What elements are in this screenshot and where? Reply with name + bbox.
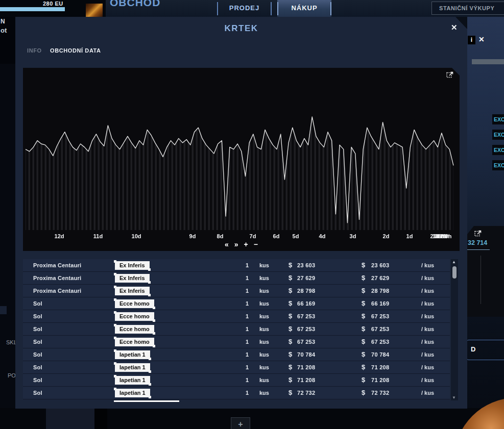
cell-qty: 1 bbox=[237, 364, 249, 370]
tab-trade-data[interactable]: OBCHODNÍ DATA bbox=[50, 47, 101, 54]
cell-currency: $ bbox=[289, 350, 292, 358]
cell-per_unit: / kus bbox=[421, 275, 434, 281]
table-scrollbar[interactable]: ▲ ▼ bbox=[451, 259, 458, 400]
chart-drop-lines bbox=[26, 117, 453, 230]
table-row[interactable]: SolEcce homo1kus$67 253$67 253/ kus bbox=[23, 310, 450, 323]
tab-separator bbox=[271, 2, 272, 15]
station-badge: Ecce homo bbox=[115, 299, 154, 308]
tab-sell-label: PRODEJ bbox=[229, 4, 259, 12]
add-button[interactable]: + bbox=[231, 417, 250, 429]
price-history-chart bbox=[23, 68, 460, 251]
cell-system: Sol bbox=[33, 326, 42, 332]
station-badge: Ecce homo bbox=[115, 338, 154, 346]
tab-buy[interactable]: NÁKUP bbox=[277, 0, 331, 17]
cell-qty: 1 bbox=[237, 339, 249, 345]
table-row[interactable]: Proxima CentauriEx Inferis1kus$27 629$27… bbox=[23, 272, 450, 285]
tab-info[interactable]: INFO bbox=[27, 47, 42, 54]
axis-tick-label: 12d bbox=[55, 233, 64, 239]
left-partial-text-2: ot bbox=[1, 27, 7, 34]
table-row[interactable]: SolIapetian 11kus$71 208$71 208/ kus bbox=[23, 374, 450, 387]
cell-currency: $ bbox=[362, 363, 365, 371]
cell-price: 28 798 bbox=[297, 288, 315, 294]
pan-left-button[interactable]: « bbox=[225, 240, 229, 249]
axis-tick-label: 8d bbox=[217, 233, 224, 239]
cell-system: Proxima Centauri bbox=[33, 275, 81, 281]
cell-unit: kus bbox=[259, 390, 269, 396]
table-row[interactable]: SolIapetian 11kus$71 208$71 208/ kus bbox=[23, 361, 450, 374]
cell-per_unit: / kus bbox=[421, 377, 434, 383]
expand-icon[interactable] bbox=[474, 230, 482, 237]
cell-currency: $ bbox=[362, 274, 365, 282]
tab-separator bbox=[330, 2, 331, 15]
cell-currency: $ bbox=[362, 325, 365, 333]
station-badge: Iapetian 1 bbox=[115, 376, 150, 385]
cell-unit: kus bbox=[259, 326, 269, 332]
zoom-out-button[interactable]: − bbox=[254, 240, 258, 249]
cell-currency: $ bbox=[362, 299, 365, 307]
axis-tick-label: 4d bbox=[319, 233, 326, 239]
axis-tick-label: 9d bbox=[189, 233, 196, 239]
background-exc-label: EXC bbox=[492, 114, 504, 124]
table-row[interactable]: SolEcce homo1kus$66 169$66 169/ kus bbox=[23, 297, 450, 310]
zoom-in-button[interactable]: + bbox=[244, 240, 248, 249]
cell-total: 71 208 bbox=[371, 364, 389, 370]
cell-system: Sol bbox=[33, 351, 42, 358]
station-badge: Iapetian 1 bbox=[115, 389, 150, 397]
cell-total: 70 784 bbox=[371, 351, 389, 358]
left-background-column: N ot SKL PO bbox=[0, 17, 15, 408]
cell-qty: 1 bbox=[237, 288, 249, 294]
cell-price: 72 732 bbox=[297, 390, 315, 396]
cell-currency: $ bbox=[362, 287, 365, 294]
cell-system: Proxima Centauri bbox=[33, 262, 81, 268]
scroll-up-icon[interactable]: ▲ bbox=[452, 260, 456, 264]
right-background-column bbox=[467, 17, 504, 429]
axis-tick-label: 1d bbox=[406, 233, 413, 239]
cell-price: 66 169 bbox=[297, 300, 315, 307]
credits-progress-bar bbox=[0, 7, 65, 11]
commodity-thumbnail bbox=[86, 4, 103, 17]
background-value-label: 32 714 bbox=[468, 239, 487, 246]
cell-price: 71 208 bbox=[297, 364, 315, 370]
cell-price: 71 208 bbox=[297, 377, 315, 383]
cell-total: 23 603 bbox=[371, 262, 389, 268]
cell-currency: $ bbox=[362, 312, 365, 320]
station-buybacks-button[interactable]: STANIČNÍ VÝKUPY bbox=[431, 2, 504, 15]
cell-total: 28 798 bbox=[371, 288, 389, 294]
scroll-down-icon[interactable]: ▼ bbox=[452, 395, 456, 400]
cell-price: 23 603 bbox=[297, 262, 315, 268]
station-badge: Ecce homo bbox=[115, 312, 154, 321]
cell-currency: $ bbox=[289, 287, 292, 294]
table-row[interactable]: SolIapetian 11kus$72 732$72 732/ kus bbox=[23, 387, 450, 399]
cell-unit: kus bbox=[259, 339, 269, 345]
bottom-block bbox=[94, 408, 107, 429]
station-badge: Ecce homo bbox=[115, 325, 154, 334]
next-row-badge-fragment bbox=[114, 400, 179, 402]
cell-unit: kus bbox=[259, 300, 269, 307]
cell-currency: $ bbox=[362, 338, 365, 345]
axis-tick-label: 2d bbox=[383, 233, 390, 239]
cell-system: Sol bbox=[33, 339, 42, 345]
pan-right-button[interactable]: » bbox=[234, 240, 238, 249]
info-icon[interactable]: i bbox=[468, 36, 475, 44]
table-row[interactable]: SolEcce homo1kus$67 253$67 253/ kus bbox=[23, 336, 450, 348]
station-badge: Iapetian 1 bbox=[115, 363, 150, 372]
table-row[interactable]: SolEcce homo1kus$67 253$67 253/ kus bbox=[23, 323, 450, 336]
table-row[interactable]: Proxima CentauriEx Inferis1kus$28 798$28… bbox=[23, 285, 450, 297]
cell-currency: $ bbox=[289, 274, 292, 282]
cell-per_unit: / kus bbox=[421, 300, 434, 307]
cell-currency: $ bbox=[362, 376, 365, 384]
cell-qty: 1 bbox=[237, 275, 249, 281]
scrollbar-thumb[interactable] bbox=[452, 266, 457, 279]
background-crosshair-line bbox=[481, 256, 481, 304]
cell-unit: kus bbox=[259, 262, 269, 268]
left-partial-text-1: N bbox=[1, 18, 5, 25]
cell-unit: kus bbox=[259, 364, 269, 370]
tab-sell[interactable]: PRODEJ bbox=[218, 0, 271, 17]
cell-total: 72 732 bbox=[371, 390, 389, 396]
table-row[interactable]: SolIapetian 11kus$70 784$70 784/ kus bbox=[23, 348, 450, 361]
table-row[interactable]: Proxima CentauriEx Inferis1kus$23 603$23… bbox=[23, 259, 450, 272]
expand-chart-icon[interactable] bbox=[446, 71, 454, 78]
close-icon[interactable]: ✕ bbox=[451, 23, 458, 32]
background-close-icon[interactable]: ✕ bbox=[478, 35, 485, 43]
cell-system: Sol bbox=[33, 390, 42, 396]
